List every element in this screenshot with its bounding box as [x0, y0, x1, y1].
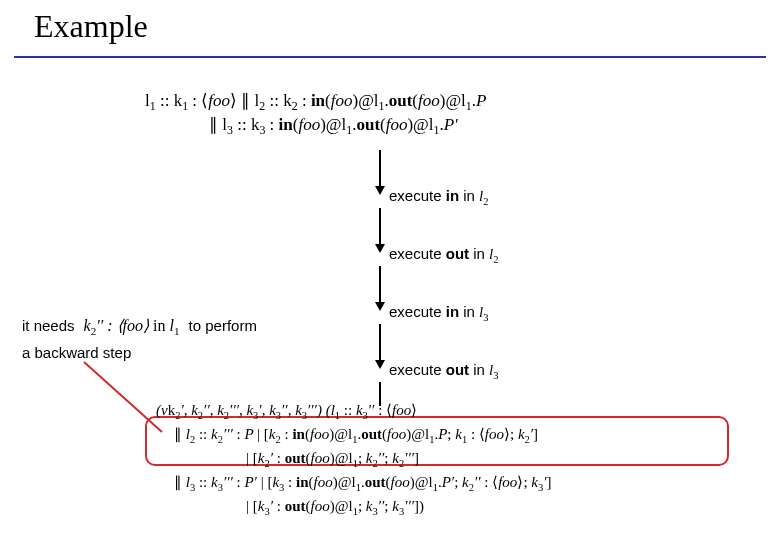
- step-4: execute out in l3: [389, 361, 498, 381]
- arrow-down-icon: [375, 244, 385, 253]
- arrow-down-icon: [375, 360, 385, 369]
- backward-step-label: a backward step: [22, 344, 131, 361]
- slide-title: Example: [34, 8, 148, 45]
- slide: Example l1 :: k1 : ⟨foo⟩ ∥ l2 :: k2 : in…: [0, 0, 780, 540]
- arrow-down-icon: [375, 302, 385, 311]
- step-3: execute in in l3: [389, 303, 489, 323]
- title-rule: [14, 56, 766, 58]
- svg-line-0: [84, 362, 162, 432]
- arrow-down-icon: [375, 186, 385, 195]
- needs-line: it needs k2′′ : ⟨foo⟩ in l1 to perform: [22, 316, 257, 337]
- result-configuration: (νk2′, k2′′, k2′′′, k3′, k3′′, k3′′′) (l…: [156, 400, 552, 520]
- step-2: execute out in l2: [389, 245, 498, 265]
- initial-configuration: l1 :: k1 : ⟨foo⟩ ∥ l2 :: k2 : in(foo)@l1…: [145, 90, 486, 139]
- step-1: execute in in l2: [389, 187, 489, 207]
